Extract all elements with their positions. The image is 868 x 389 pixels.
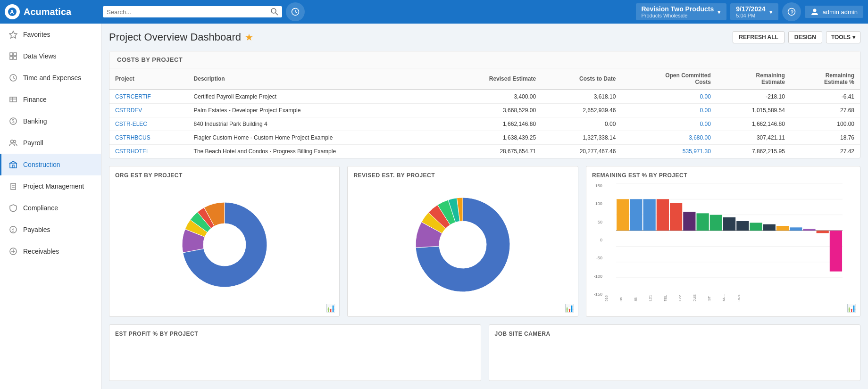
sidebar-label-time-expenses: Time and Expenses	[23, 74, 81, 82]
cell-remaining-est: 7,862,215.95	[717, 145, 791, 158]
org-est-donut-svg	[177, 198, 272, 292]
sidebar-item-favorites[interactable]: Favorites	[0, 24, 101, 45]
svg-point-20	[14, 141, 16, 143]
bar-chart-area: PR00000016FIXEDP06CSTRSUBINTERNAL21CSTRH…	[604, 183, 854, 301]
bar-rect[interactable]	[723, 217, 735, 231]
project-link[interactable]: CSTRHOTEL	[115, 148, 150, 155]
cell-revised: 28,675,654.71	[444, 145, 542, 158]
org-est-chart-card: ORG EST BY PROJECT 📊	[109, 166, 340, 317]
chart-icon-remaining[interactable]: 📊	[847, 304, 856, 313]
y-axis-label: 150	[595, 183, 602, 188]
cell-remaining-pct: 18.76	[791, 131, 860, 145]
cell-open-committed: 535,971.30	[621, 145, 717, 158]
x-axis-label: FIXEDP06	[619, 293, 634, 301]
history-button[interactable]	[286, 2, 305, 21]
sidebar-item-compliance[interactable]: Compliance	[0, 197, 101, 219]
bar-rect[interactable]	[763, 224, 776, 231]
bottom-row: EST PROFIT % BY PROJECT JOB SITE CAMERA	[109, 324, 860, 381]
circle-dollar-icon: $	[9, 225, 17, 234]
help-button[interactable]: ?	[782, 2, 801, 21]
x-axis-label: MULTICURR1	[737, 293, 751, 301]
open-committed-link[interactable]: 3,680.00	[689, 134, 711, 141]
svg-text:$: $	[12, 227, 15, 232]
sidebar-item-project-management[interactable]: Project Management	[0, 175, 101, 197]
tools-button[interactable]: TOOLS ▾	[826, 31, 860, 43]
bar-rect[interactable]	[657, 199, 669, 231]
table-row: CSTRHOTEL The Beach Hotel and Condos - P…	[109, 145, 860, 158]
sidebar-item-finance[interactable]: Finance	[0, 89, 101, 110]
open-committed-link[interactable]: 535,971.30	[683, 148, 711, 155]
bar-rect[interactable]	[750, 223, 762, 231]
dollar-icon: $	[9, 117, 17, 125]
chart-icon-org[interactable]: 📊	[326, 304, 335, 313]
bar-rect[interactable]	[816, 231, 828, 233]
cell-revised: 3,400.00	[444, 90, 542, 104]
company-sub: Products Wholesale	[642, 13, 714, 18]
sidebar-label-finance: Finance	[23, 96, 47, 103]
sidebar-label-favorites: Favorites	[23, 31, 50, 38]
search-input[interactable]	[107, 8, 271, 16]
company-selector[interactable]: Revision Two Products Products Wholesale…	[636, 3, 727, 20]
design-button[interactable]: DESIGN	[788, 31, 822, 43]
open-committed-link[interactable]: 0.00	[700, 121, 711, 127]
cell-costs-to-date: 20,277,467.46	[542, 145, 621, 158]
date-selector[interactable]: 9/17/2024 5:04 PM ▾	[730, 3, 778, 20]
bar-rect[interactable]	[830, 231, 842, 272]
open-committed-link[interactable]: 0.00	[700, 93, 711, 100]
sidebar-item-time-expenses[interactable]: Time and Expenses	[0, 67, 101, 89]
cell-open-committed: 3,680.00	[621, 131, 717, 145]
user-button[interactable]: admin admin	[805, 6, 863, 18]
project-link[interactable]: CSTR-ELEC	[115, 121, 147, 127]
project-link[interactable]: CSTRHBCUS	[115, 134, 150, 141]
sidebar-item-receivables[interactable]: Receivables	[0, 240, 101, 262]
bar-rect[interactable]	[630, 199, 642, 231]
bar-rect[interactable]	[790, 227, 802, 231]
bar-rect[interactable]	[710, 215, 722, 231]
building-icon	[9, 160, 17, 169]
cell-revised: 1,662,146.80	[444, 117, 542, 131]
bar-rect[interactable]	[683, 212, 695, 231]
company-name: Revision Two Products	[642, 5, 714, 13]
bar-rect[interactable]	[736, 221, 749, 231]
refresh-all-button[interactable]: REFRESH ALL	[733, 31, 785, 43]
x-axis-label: CSTRREST	[707, 293, 722, 301]
page-title-area: Project Overview Dashboard ★	[109, 31, 253, 43]
bar-rect[interactable]	[617, 199, 629, 231]
y-axis-label: -50	[596, 256, 602, 260]
col-project: Project	[109, 68, 188, 90]
sidebar-item-payroll[interactable]: Payroll	[0, 132, 101, 154]
sidebar-item-banking[interactable]: $ Banking	[0, 110, 101, 132]
revised-est-donut-container	[353, 183, 572, 306]
cell-remaining-pct: 100.00	[791, 117, 860, 131]
star-icon	[9, 30, 17, 39]
cell-remaining-pct: -6.41	[791, 90, 860, 104]
bar-rect[interactable]	[670, 203, 682, 231]
project-link[interactable]: CSTRCERTIF	[115, 93, 151, 100]
bar-rect[interactable]	[776, 226, 789, 231]
x-axis-label: INTERNAL21	[648, 293, 663, 301]
history-icon	[291, 8, 300, 16]
sidebar-item-payables[interactable]: $ Payables	[0, 219, 101, 240]
table-row: CSTRCERTIF Certified Payroll Example Pro…	[109, 90, 860, 104]
table-row: CSTRHBCUS Flagler Custom Home - Custom H…	[109, 131, 860, 145]
svg-text:A: A	[10, 9, 14, 16]
bar-rect[interactable]	[803, 229, 815, 231]
cell-desc: 840 Industrial Park Building 4	[188, 117, 445, 131]
cell-remaining-est: 1,662,146.80	[717, 117, 791, 131]
sidebar-item-construction[interactable]: Construction	[0, 154, 101, 175]
favorite-star-icon[interactable]: ★	[245, 32, 253, 43]
chart-icon-revised[interactable]: 📊	[565, 304, 574, 313]
cell-costs-to-date: 1,327,338.14	[542, 131, 621, 145]
cell-costs-to-date: 2,652,939.46	[542, 104, 621, 117]
open-committed-link[interactable]: 0.00	[700, 107, 711, 114]
costs-table: Project Description Revised Estimate Cos…	[109, 68, 860, 158]
bar-rect[interactable]	[696, 213, 709, 231]
svg-text:?: ?	[790, 9, 793, 15]
search-bar[interactable]	[103, 6, 282, 17]
svg-point-2	[271, 8, 276, 13]
project-link[interactable]: CSTRDEV	[115, 107, 142, 114]
y-axis: 150100500-50-100-150	[592, 183, 604, 297]
svg-rect-21	[10, 163, 17, 168]
sidebar-item-data-views[interactable]: Data Views	[0, 45, 101, 67]
bar-rect[interactable]	[643, 199, 655, 231]
